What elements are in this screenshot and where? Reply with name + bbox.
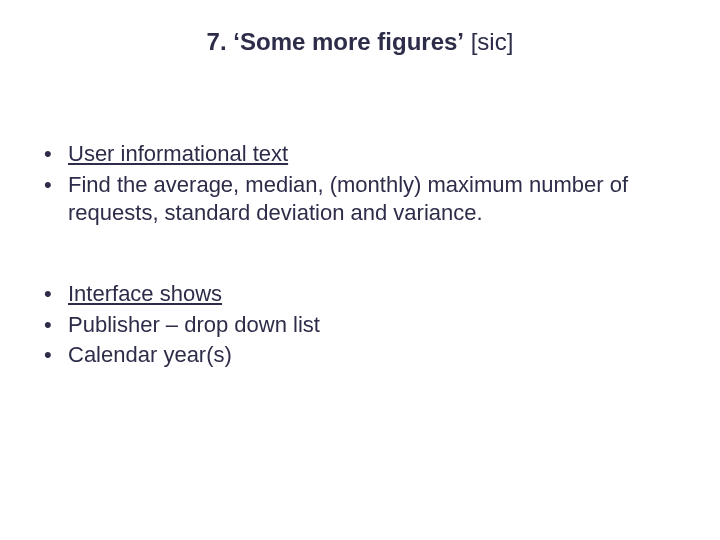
title-quoted: ‘Some more figures’ [233,28,464,55]
list-item: User informational text [38,140,678,169]
slide: 7. ‘Some more figures’ [sic] User inform… [0,0,720,540]
list-item: Publisher – drop down list [38,311,678,340]
block2-item: Calendar year(s) [68,342,232,367]
title-number: 7. [207,28,234,55]
bullet-block-1: User informational text Find the average… [38,140,678,230]
block1-heading: User informational text [68,141,288,166]
block2-heading: Interface shows [68,281,222,306]
block2-item: Publisher – drop down list [68,312,320,337]
list-item: Interface shows [38,280,678,309]
slide-title: 7. ‘Some more figures’ [sic] [0,28,720,56]
list-item: Calendar year(s) [38,341,678,370]
block1-item: Find the average, median, (monthly) maxi… [68,172,628,226]
title-sic: [sic] [464,28,513,55]
list-item: Find the average, median, (monthly) maxi… [38,171,678,228]
bullet-block-2: Interface shows Publisher – drop down li… [38,280,678,372]
